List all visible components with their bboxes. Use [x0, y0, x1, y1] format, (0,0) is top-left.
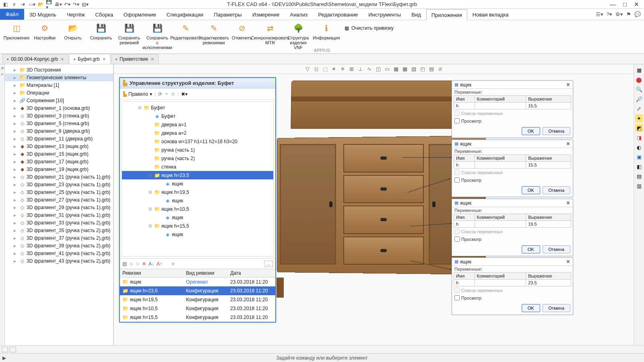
ribbon-button[interactable]: ✎Редактироватьревизиями [200, 22, 228, 51]
structure-row[interactable]: 📁дверка a=1 [122, 120, 273, 129]
menu-tab[interactable]: Сборка [90, 9, 119, 20]
qat-open2-icon[interactable]: 📂 [37, 1, 44, 8]
tree-row[interactable]: ▸◇3D фрагмент_3 (стенка.grb) [5, 112, 113, 119]
tree-row[interactable]: ▸◆3D фрагмент_1 (основа.grb) [5, 104, 113, 112]
rtool-icon[interactable]: ▦ [635, 66, 643, 74]
revision-row[interactable]: 📁 ящик h=23,5Конфигурация23.03.2018 11:2… [120, 286, 275, 295]
tree-row[interactable]: ▸◇3D фрагмент_27 (ручка (часть 1).grb) [5, 196, 113, 204]
flag-icon[interactable]: ⚑ [626, 11, 631, 17]
menu-tab[interactable]: Спецификации [161, 9, 209, 20]
document-tab[interactable]: ▪00.00.004-Корпус.grb✕ [2, 54, 68, 64]
close-button[interactable]: ✕ [634, 1, 639, 8]
dialog-close-icon[interactable]: ✕ [566, 82, 570, 88]
app-icon[interactable]: ◧ [2, 1, 9, 8]
tree-row[interactable]: ▸◇3D фрагмент_43 (ручка (часть 2).grb) [5, 257, 113, 265]
settings-icon[interactable]: ⚙▾ [615, 11, 623, 17]
tb-icon[interactable]: ⊕ [171, 91, 175, 97]
model-tree[interactable]: ▸📁3D Построения▸📁Геометрические элементы… [5, 64, 114, 345]
menu-tab[interactable]: Чертёж [62, 9, 90, 20]
ok-button[interactable]: OK [522, 186, 540, 194]
refresh-icon[interactable]: ⟳ [158, 91, 162, 97]
document-tab[interactable]: ▪Приветствие✕ [111, 54, 159, 64]
structure-row[interactable]: ◈ящик [122, 196, 273, 205]
vp-tool-icon[interactable]: ⎚ [437, 66, 444, 72]
vp-tool-icon[interactable]: ▦ [392, 66, 400, 72]
variable-dialog[interactable]: ▦ящик✕Переменные:ИмяКомментарийВыражение… [452, 199, 573, 256]
structure-row[interactable]: 📁ручка (часть 2) [122, 154, 273, 162]
tree-row[interactable]: ▸◇3D фрагмент_37 (ручка (часть 2).grb) [5, 234, 113, 242]
vp-tool-icon[interactable]: ◰ [419, 66, 426, 72]
menu-tab[interactable]: 3D Модель [24, 9, 62, 20]
var-expr-cell[interactable]: 23.5 [526, 280, 571, 286]
close-tab-icon[interactable]: ✕ [60, 57, 64, 62]
tree-row[interactable]: ▸◇3D фрагмент_29 (ручка (часть 1).grb) [5, 204, 113, 211]
structure-row[interactable]: ◈Буфет [122, 112, 273, 120]
var-name-cell[interactable]: h [454, 280, 475, 286]
menu-tab[interactable]: Редактирование [313, 9, 363, 20]
rtool-icon[interactable]: ◩ [635, 124, 643, 132]
rtool-icon[interactable]: ✦ [635, 114, 643, 122]
qat-list-icon[interactable]: ≡ [10, 1, 18, 8]
tools-icon[interactable]: ✖▾ [181, 91, 188, 97]
rtool-icon[interactable]: 🔎 [635, 95, 643, 103]
maximize-button[interactable]: □ [623, 1, 627, 8]
vp-tool-icon[interactable]: ⬚ [322, 66, 329, 72]
ok-button[interactable]: OK [522, 304, 540, 312]
dialog-close-icon[interactable]: ✕ [566, 141, 570, 147]
vp-tool-icon[interactable]: ⌸ [313, 66, 320, 72]
rtool-icon[interactable]: ⬤ [635, 76, 643, 84]
rtool-icon[interactable]: ◨ [635, 134, 643, 142]
ribbon-button[interactable]: 📂Открыть [59, 22, 87, 51]
var-comment-cell[interactable] [475, 162, 526, 169]
ribbon-button[interactable]: ✎Редактировать [171, 22, 200, 51]
rtool-icon[interactable]: 🔍 [635, 85, 643, 93]
ribbon-button[interactable]: 🌳Структураизделия VNF [284, 22, 312, 51]
rtool-icon[interactable]: ▣ [635, 153, 643, 161]
tree-row[interactable]: ▸🔗Сопряжения [10] [5, 97, 113, 104]
variable-dialog[interactable]: ▦ящик✕Переменные:ИмяКомментарийВыражение… [452, 257, 573, 315]
qat-undo-icon[interactable]: ↶▾ [64, 1, 71, 8]
mid-more-button[interactable]: … [264, 261, 273, 267]
structure-row[interactable]: 📁дверка a=2 [122, 129, 273, 137]
tree-row[interactable]: ▸◆3D фрагмент_17 (ящик.grb) [5, 158, 113, 165]
structure-dialog[interactable]: ▙Управление структурой изделия: Буфет ▙ … [119, 77, 276, 323]
preview-checkbox[interactable] [454, 177, 460, 183]
tree-row[interactable]: ▸◇3D фрагмент_5 (стенка.grb) [5, 119, 113, 127]
var-comment-cell[interactable] [475, 103, 526, 109]
vp-tool-icon[interactable]: ⊥ [357, 66, 364, 72]
cancel-button[interactable]: Отмена [543, 127, 570, 135]
mid-sort-desc-icon[interactable]: A↑ [157, 261, 162, 267]
rule-dropdown[interactable]: ▙ Правило ▾ [123, 91, 152, 97]
var-name-cell[interactable]: h [454, 103, 475, 109]
menu-tab[interactable]: Измерение [247, 9, 285, 20]
status-tab[interactable] [2, 347, 8, 352]
tree-row[interactable]: ▸📁Операции [5, 89, 113, 97]
revision-row[interactable]: 📁 ящик h=15,5Конфигурация23.03.2018 11:2… [120, 313, 275, 322]
var-comment-cell[interactable] [475, 221, 526, 228]
vp-tool-icon[interactable]: ◫ [375, 66, 382, 72]
vp-tool-icon[interactable]: ▤ [428, 66, 435, 72]
structure-row[interactable]: 📁основа w=137 h1=11 h2=16 h3=20 [122, 137, 273, 146]
ribbon-button[interactable]: 💾Сохранить [87, 22, 115, 51]
structure-row[interactable]: ⊟📁ящик h=23,5 [122, 171, 273, 179]
tree-row[interactable]: ▸◆3D фрагмент_13 (ящик.grb) [5, 142, 113, 150]
structure-row[interactable]: ◈ящик [122, 179, 273, 188]
rev-header[interactable]: Ревизии [120, 270, 184, 276]
document-tab[interactable]: ▪Буфет.grb✕ [69, 54, 110, 64]
chat-icon[interactable]: 💬 [634, 11, 641, 17]
tree-row[interactable]: ▸◆3D фрагмент_15 (ящик.grb) [5, 150, 113, 158]
preview-checkbox[interactable] [454, 295, 460, 300]
vp-tool-icon[interactable]: ✶ [330, 66, 338, 72]
file-menu[interactable]: Файл [0, 9, 24, 20]
revision-row[interactable]: 📁 ящик h=10,5Конфигурация23.03.2018 11:2… [120, 304, 275, 313]
rtool-icon[interactable]: ◐ [635, 143, 643, 151]
var-name-cell[interactable]: h [454, 221, 475, 228]
revision-row[interactable]: 📁 ящик h=19,5Конфигурация23.03.2018 11:2… [120, 295, 275, 304]
mid-icon[interactable]: ⊕ [129, 261, 133, 267]
dialog-close-icon[interactable]: ✕ [566, 259, 570, 265]
tree-row[interactable]: ▸◇3D фрагмент_39 (ручка (часть 2).grb) [5, 242, 113, 249]
qat-print-icon[interactable]: 🖶▾ [55, 1, 62, 8]
structure-row[interactable]: 📁стенка [122, 162, 273, 171]
menu-tab[interactable]: Оформление [118, 9, 161, 20]
dialog-close-icon[interactable]: ✕ [566, 200, 570, 206]
